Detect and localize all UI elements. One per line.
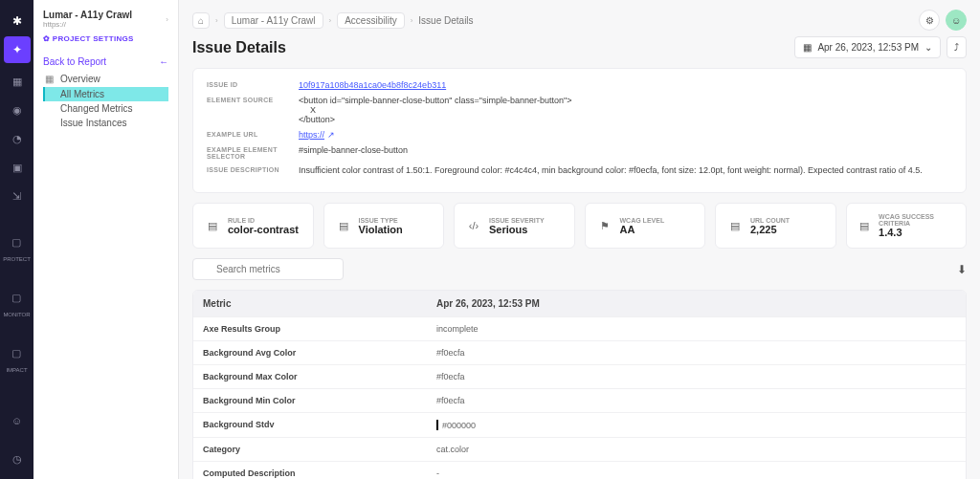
breadcrumb-project[interactable]: Lumar - A11y Crawl <box>224 12 323 29</box>
chevron-right-icon[interactable]: › <box>166 15 168 24</box>
table-header-metric: Metric <box>193 291 427 316</box>
rail-clipboard-icon[interactable]: ▣ <box>7 157 28 178</box>
table-row: Categorycat.color <box>193 437 966 461</box>
page-title: Issue Details <box>192 39 286 56</box>
arrow-left-icon: ← <box>159 56 168 67</box>
table-row: Background Max Color#f0ecfa <box>193 364 966 388</box>
home-icon: ⌂ <box>198 15 204 26</box>
share-button[interactable]: ⤴ <box>947 36 967 58</box>
project-settings-link[interactable]: ✿ PROJECT SETTINGS <box>43 34 168 43</box>
breadcrumb-accessibility[interactable]: Accessibility <box>337 12 404 29</box>
calendar-icon: ▦ <box>803 42 812 53</box>
table-row: Background Stdv#000000 <box>193 412 966 437</box>
shield-icon[interactable]: ▢ <box>6 231 27 252</box>
rail-analyze-icon[interactable]: ✦ <box>4 36 31 63</box>
chevron-down-icon: ⌄ <box>924 42 932 53</box>
search-input[interactable] <box>192 258 344 280</box>
date-picker[interactable]: ▦ Apr 26, 2023, 12:53 PM ⌄ <box>794 36 941 58</box>
project-url: https:// <box>43 20 132 29</box>
rail-grid-icon[interactable]: ▦ <box>7 71 28 92</box>
back-to-report[interactable]: Back to Report ← <box>43 56 168 67</box>
element-source: <button id="simple-banner-close-button" … <box>299 96 952 124</box>
breadcrumb: ⌂ › Lumar - A11y Crawl › Accessibility ›… <box>192 12 474 29</box>
metrics-table: Metric Apr 26, 2023, 12:53 PM Axe Result… <box>192 290 967 479</box>
sidebar-item-changed-metrics[interactable]: Changed Metrics <box>43 101 168 116</box>
grid-icon: ▦ <box>43 74 55 84</box>
rail-export-icon[interactable]: ⇲ <box>7 185 28 207</box>
impact-icon[interactable]: ▢ <box>6 342 27 363</box>
rail-help-icon[interactable]: ☺ <box>7 410 28 431</box>
table-row: Axe Results Groupincomplete <box>193 316 966 340</box>
nav-rail: ✱ ✦ ▦ ◉ ◔ ▣ ⇲ ▢ PROTECT ▢ MONITOR ▢ IMPA… <box>0 0 33 479</box>
color-swatch <box>436 420 438 430</box>
element-selector: #simple-banner-close-button <box>299 145 952 155</box>
logo-icon: ✱ <box>4 8 31 34</box>
chevron-right-icon: › <box>411 16 413 25</box>
card-severity: ‹/›ISSUE SEVERITYSerious <box>454 203 575 249</box>
download-button[interactable]: ⬇ <box>957 263 967 276</box>
rail-globe-icon[interactable]: ◉ <box>7 99 28 120</box>
table-row: Computed Description- <box>193 461 966 479</box>
code-icon: ‹/› <box>466 218 481 233</box>
doc-icon: ▤ <box>727 218 743 233</box>
settings-button[interactable]: ⚙ <box>919 10 940 31</box>
project-name: Lumar - A11y Crawl <box>43 10 132 20</box>
user-avatar[interactable]: ☺ <box>946 10 967 31</box>
issue-id-link[interactable]: 10f917a108b48a1ca0e4b8f8c24eb311 <box>299 80 446 90</box>
card-url-count: ▤URL COUNT2,225 <box>715 203 836 249</box>
card-wcag-criteria: ▤WCAG SUCCESS CRITERIA1.4.3 <box>846 203 968 249</box>
card-wcag-level: ⚑WCAG LEVELAA <box>585 203 706 249</box>
user-icon: ☺ <box>951 15 961 26</box>
flag-icon: ⚑ <box>597 218 612 233</box>
rail-section-impact: ▢ IMPACT <box>6 338 27 373</box>
doc-icon: ▤ <box>858 218 872 233</box>
rail-section-protect: ▢ PROTECT <box>3 228 31 262</box>
chevron-right-icon: › <box>329 16 332 25</box>
rail-section-monitor: ▢ MONITOR <box>3 283 30 317</box>
download-icon: ⬇ <box>957 263 967 276</box>
sidebar-item-all-metrics[interactable]: All Metrics <box>43 87 168 101</box>
rail-speed-icon[interactable]: ◔ <box>7 128 28 149</box>
example-url-link[interactable]: https:// <box>299 130 324 140</box>
table-header-value: Apr 26, 2023, 12:53 PM <box>427 291 966 316</box>
sidebar: Lumar - A11y Crawl https:// › ✿ PROJECT … <box>33 0 179 479</box>
main: ⌂ › Lumar - A11y Crawl › Accessibility ›… <box>179 0 980 479</box>
breadcrumb-current: Issue Details <box>418 15 473 26</box>
card-issue-type: ▤ISSUE TYPEViolation <box>323 203 445 249</box>
share-icon: ⤴ <box>954 42 959 53</box>
doc-icon: ▤ <box>205 218 220 233</box>
rail-clock-icon[interactable]: ◷ <box>7 448 28 469</box>
table-row: Background Avg Color#f0ecfa <box>193 340 966 364</box>
issue-info-panel: ISSUE ID10f917a108b48a1ca0e4b8f8c24eb311… <box>192 68 967 193</box>
monitor-icon[interactable]: ▢ <box>6 287 27 308</box>
sidebar-item-overview[interactable]: ▦ Overview <box>43 71 168 87</box>
issue-description: Insufficient color contrast of 1.50:1. F… <box>299 165 952 175</box>
breadcrumb-home[interactable]: ⌂ <box>192 12 210 29</box>
external-link-icon: ↗ <box>327 130 335 140</box>
gear-icon: ⚙ <box>925 15 934 26</box>
chevron-right-icon: › <box>215 16 218 25</box>
card-rule-id: ▤RULE IDcolor-contrast <box>192 203 314 249</box>
doc-icon: ▤ <box>336 218 351 233</box>
table-row: Background Min Color#f0ecfa <box>193 388 966 412</box>
sidebar-item-issue-instances[interactable]: Issue Instances <box>43 116 168 130</box>
